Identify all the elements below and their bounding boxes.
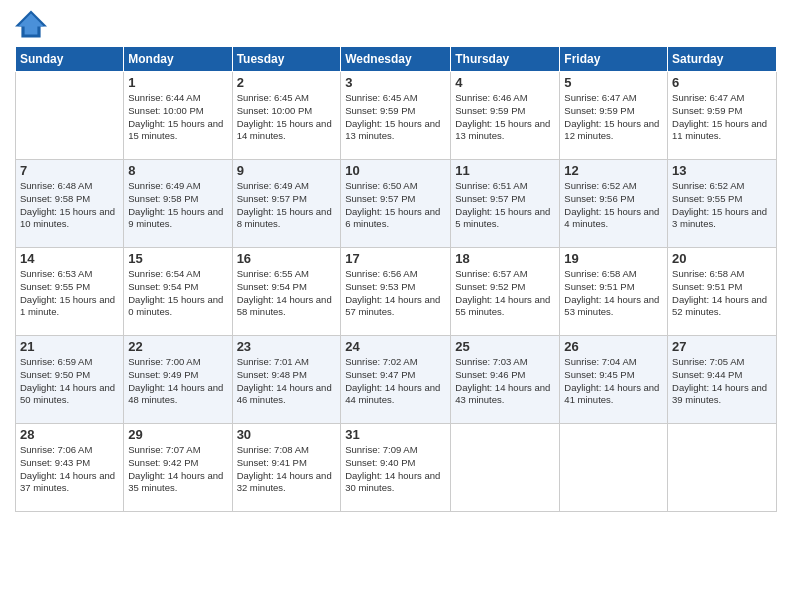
day-info: Sunrise: 6:56 AM Sunset: 9:53 PM Dayligh… (345, 268, 446, 319)
day-info: Sunrise: 7:03 AM Sunset: 9:46 PM Dayligh… (455, 356, 555, 407)
calendar-cell: 29Sunrise: 7:07 AM Sunset: 9:42 PM Dayli… (124, 424, 232, 512)
calendar-cell: 6Sunrise: 6:47 AM Sunset: 9:59 PM Daylig… (668, 72, 777, 160)
calendar-cell: 4Sunrise: 6:46 AM Sunset: 9:59 PM Daylig… (451, 72, 560, 160)
calendar-week-row: 1Sunrise: 6:44 AM Sunset: 10:00 PM Dayli… (16, 72, 777, 160)
day-number: 1 (128, 75, 227, 90)
header (15, 10, 777, 38)
weekday-header-wednesday: Wednesday (341, 47, 451, 72)
calendar-cell: 10Sunrise: 6:50 AM Sunset: 9:57 PM Dayli… (341, 160, 451, 248)
calendar-cell: 11Sunrise: 6:51 AM Sunset: 9:57 PM Dayli… (451, 160, 560, 248)
calendar-cell: 22Sunrise: 7:00 AM Sunset: 9:49 PM Dayli… (124, 336, 232, 424)
day-number: 30 (237, 427, 337, 442)
day-info: Sunrise: 6:53 AM Sunset: 9:55 PM Dayligh… (20, 268, 119, 319)
day-number: 12 (564, 163, 663, 178)
day-number: 10 (345, 163, 446, 178)
calendar-week-row: 7Sunrise: 6:48 AM Sunset: 9:58 PM Daylig… (16, 160, 777, 248)
calendar-cell: 18Sunrise: 6:57 AM Sunset: 9:52 PM Dayli… (451, 248, 560, 336)
day-number: 8 (128, 163, 227, 178)
weekday-header-friday: Friday (560, 47, 668, 72)
weekday-header-row: SundayMondayTuesdayWednesdayThursdayFrid… (16, 47, 777, 72)
day-number: 20 (672, 251, 772, 266)
day-info: Sunrise: 7:08 AM Sunset: 9:41 PM Dayligh… (237, 444, 337, 495)
day-info: Sunrise: 6:58 AM Sunset: 9:51 PM Dayligh… (564, 268, 663, 319)
day-number: 5 (564, 75, 663, 90)
day-info: Sunrise: 6:51 AM Sunset: 9:57 PM Dayligh… (455, 180, 555, 231)
day-info: Sunrise: 6:52 AM Sunset: 9:56 PM Dayligh… (564, 180, 663, 231)
day-number: 19 (564, 251, 663, 266)
calendar-cell: 14Sunrise: 6:53 AM Sunset: 9:55 PM Dayli… (16, 248, 124, 336)
calendar-cell: 1Sunrise: 6:44 AM Sunset: 10:00 PM Dayli… (124, 72, 232, 160)
calendar-table: SundayMondayTuesdayWednesdayThursdayFrid… (15, 46, 777, 512)
day-info: Sunrise: 6:55 AM Sunset: 9:54 PM Dayligh… (237, 268, 337, 319)
calendar-cell: 28Sunrise: 7:06 AM Sunset: 9:43 PM Dayli… (16, 424, 124, 512)
calendar-cell: 8Sunrise: 6:49 AM Sunset: 9:58 PM Daylig… (124, 160, 232, 248)
calendar-week-row: 21Sunrise: 6:59 AM Sunset: 9:50 PM Dayli… (16, 336, 777, 424)
day-number: 13 (672, 163, 772, 178)
day-number: 31 (345, 427, 446, 442)
day-info: Sunrise: 7:02 AM Sunset: 9:47 PM Dayligh… (345, 356, 446, 407)
day-number: 21 (20, 339, 119, 354)
calendar-cell: 16Sunrise: 6:55 AM Sunset: 9:54 PM Dayli… (232, 248, 341, 336)
calendar-cell: 15Sunrise: 6:54 AM Sunset: 9:54 PM Dayli… (124, 248, 232, 336)
day-info: Sunrise: 6:49 AM Sunset: 9:57 PM Dayligh… (237, 180, 337, 231)
day-info: Sunrise: 6:48 AM Sunset: 9:58 PM Dayligh… (20, 180, 119, 231)
calendar-cell (668, 424, 777, 512)
logo (15, 10, 51, 38)
logo-icon (15, 10, 47, 38)
calendar-cell: 30Sunrise: 7:08 AM Sunset: 9:41 PM Dayli… (232, 424, 341, 512)
day-info: Sunrise: 6:54 AM Sunset: 9:54 PM Dayligh… (128, 268, 227, 319)
day-info: Sunrise: 7:00 AM Sunset: 9:49 PM Dayligh… (128, 356, 227, 407)
day-number: 17 (345, 251, 446, 266)
day-info: Sunrise: 7:09 AM Sunset: 9:40 PM Dayligh… (345, 444, 446, 495)
calendar-cell: 24Sunrise: 7:02 AM Sunset: 9:47 PM Dayli… (341, 336, 451, 424)
calendar-cell: 7Sunrise: 6:48 AM Sunset: 9:58 PM Daylig… (16, 160, 124, 248)
calendar-cell: 12Sunrise: 6:52 AM Sunset: 9:56 PM Dayli… (560, 160, 668, 248)
calendar-cell: 26Sunrise: 7:04 AM Sunset: 9:45 PM Dayli… (560, 336, 668, 424)
day-info: Sunrise: 6:47 AM Sunset: 9:59 PM Dayligh… (564, 92, 663, 143)
calendar-cell: 20Sunrise: 6:58 AM Sunset: 9:51 PM Dayli… (668, 248, 777, 336)
weekday-header-monday: Monday (124, 47, 232, 72)
day-number: 2 (237, 75, 337, 90)
day-info: Sunrise: 7:06 AM Sunset: 9:43 PM Dayligh… (20, 444, 119, 495)
day-info: Sunrise: 7:01 AM Sunset: 9:48 PM Dayligh… (237, 356, 337, 407)
day-info: Sunrise: 6:45 AM Sunset: 10:00 PM Daylig… (237, 92, 337, 143)
day-number: 29 (128, 427, 227, 442)
calendar-cell: 3Sunrise: 6:45 AM Sunset: 9:59 PM Daylig… (341, 72, 451, 160)
day-number: 15 (128, 251, 227, 266)
calendar-cell: 17Sunrise: 6:56 AM Sunset: 9:53 PM Dayli… (341, 248, 451, 336)
day-number: 25 (455, 339, 555, 354)
day-number: 23 (237, 339, 337, 354)
calendar-cell: 23Sunrise: 7:01 AM Sunset: 9:48 PM Dayli… (232, 336, 341, 424)
weekday-header-sunday: Sunday (16, 47, 124, 72)
day-number: 22 (128, 339, 227, 354)
day-info: Sunrise: 6:45 AM Sunset: 9:59 PM Dayligh… (345, 92, 446, 143)
weekday-header-thursday: Thursday (451, 47, 560, 72)
calendar-week-row: 28Sunrise: 7:06 AM Sunset: 9:43 PM Dayli… (16, 424, 777, 512)
day-info: Sunrise: 6:57 AM Sunset: 9:52 PM Dayligh… (455, 268, 555, 319)
day-number: 7 (20, 163, 119, 178)
day-info: Sunrise: 6:58 AM Sunset: 9:51 PM Dayligh… (672, 268, 772, 319)
day-number: 24 (345, 339, 446, 354)
day-number: 14 (20, 251, 119, 266)
calendar-cell: 9Sunrise: 6:49 AM Sunset: 9:57 PM Daylig… (232, 160, 341, 248)
calendar-cell: 2Sunrise: 6:45 AM Sunset: 10:00 PM Dayli… (232, 72, 341, 160)
day-info: Sunrise: 6:49 AM Sunset: 9:58 PM Dayligh… (128, 180, 227, 231)
calendar-cell (451, 424, 560, 512)
calendar-cell: 13Sunrise: 6:52 AM Sunset: 9:55 PM Dayli… (668, 160, 777, 248)
day-number: 9 (237, 163, 337, 178)
day-number: 11 (455, 163, 555, 178)
day-info: Sunrise: 7:04 AM Sunset: 9:45 PM Dayligh… (564, 356, 663, 407)
day-number: 6 (672, 75, 772, 90)
calendar-cell: 25Sunrise: 7:03 AM Sunset: 9:46 PM Dayli… (451, 336, 560, 424)
day-number: 4 (455, 75, 555, 90)
day-info: Sunrise: 7:07 AM Sunset: 9:42 PM Dayligh… (128, 444, 227, 495)
day-number: 16 (237, 251, 337, 266)
calendar-cell: 27Sunrise: 7:05 AM Sunset: 9:44 PM Dayli… (668, 336, 777, 424)
day-number: 18 (455, 251, 555, 266)
day-info: Sunrise: 6:52 AM Sunset: 9:55 PM Dayligh… (672, 180, 772, 231)
day-info: Sunrise: 6:59 AM Sunset: 9:50 PM Dayligh… (20, 356, 119, 407)
day-info: Sunrise: 6:46 AM Sunset: 9:59 PM Dayligh… (455, 92, 555, 143)
calendar-cell: 5Sunrise: 6:47 AM Sunset: 9:59 PM Daylig… (560, 72, 668, 160)
calendar-week-row: 14Sunrise: 6:53 AM Sunset: 9:55 PM Dayli… (16, 248, 777, 336)
weekday-header-saturday: Saturday (668, 47, 777, 72)
